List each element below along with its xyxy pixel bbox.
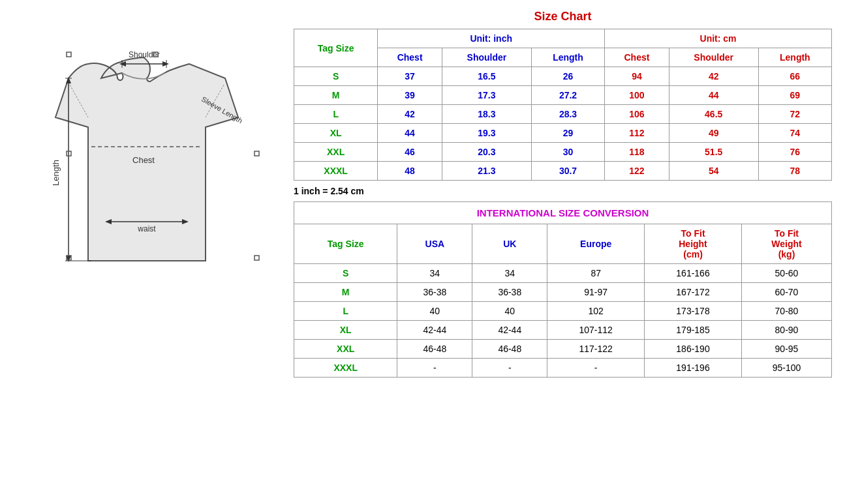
tag-size-cell: XXL xyxy=(294,143,378,162)
intl-tag-cell: XXL xyxy=(294,340,397,359)
svg-text:waist: waist xyxy=(137,224,156,233)
cm-length-cell: 74 xyxy=(758,124,831,143)
intl-height-cell: 167-172 xyxy=(645,283,742,302)
cm-shoulder-cell: 46.5 xyxy=(669,105,758,124)
inch-chest-header: Chest xyxy=(378,48,442,67)
cm-length-cell: 76 xyxy=(758,143,831,162)
size-chart-row: XL 44 19.3 29 112 49 74 xyxy=(294,124,832,143)
svg-rect-26 xyxy=(67,52,71,57)
intl-usa-cell: 40 xyxy=(397,302,472,321)
inch-chest-cell: 44 xyxy=(378,124,442,143)
cm-shoulder-cell: 49 xyxy=(669,124,758,143)
intl-tag-cell: L xyxy=(294,302,397,321)
inch-shoulder-cell: 18.3 xyxy=(442,105,531,124)
inch-length-cell: 29 xyxy=(531,124,604,143)
inch-shoulder-cell: 16.5 xyxy=(442,67,531,86)
tag-size-cell: XXXL xyxy=(294,162,378,181)
intl-weight-cell: 50-60 xyxy=(741,264,831,283)
svg-marker-13 xyxy=(162,61,169,67)
tag-size-cell: M xyxy=(294,86,378,105)
svg-text:Chest: Chest xyxy=(132,155,155,165)
inch-chest-cell: 37 xyxy=(378,67,442,86)
right-panel: Size Chart Tag Size Unit: inch Unit: cm … xyxy=(287,7,838,381)
size-chart-row: XXL 46 20.3 30 118 51.5 76 xyxy=(294,143,832,162)
intl-tag-cell: M xyxy=(294,283,397,302)
cm-shoulder-header: Shoulder xyxy=(669,48,758,67)
inch-shoulder-cell: 17.3 xyxy=(442,86,531,105)
cm-chest-cell: 100 xyxy=(605,86,669,105)
svg-rect-22 xyxy=(254,151,259,156)
inch-shoulder-cell: 20.3 xyxy=(442,143,531,162)
inch-shoulder-header: Shoulder xyxy=(442,48,531,67)
cm-chest-cell: 94 xyxy=(605,67,669,86)
intl-uk-header: UK xyxy=(472,224,547,264)
cm-shoulder-cell: 54 xyxy=(669,162,758,181)
intl-weight-cell: 70-80 xyxy=(741,302,831,321)
inch-chest-cell: 42 xyxy=(378,105,442,124)
intl-size-row: XL 42-44 42-44 107-112 179-185 80-90 xyxy=(294,321,832,340)
intl-europe-cell: 87 xyxy=(547,264,645,283)
intl-europe-cell: 107-112 xyxy=(547,321,645,340)
size-chart-row: XXXL 48 21.3 30.7 122 54 78 xyxy=(294,162,832,181)
cm-chest-cell: 106 xyxy=(605,105,669,124)
intl-uk-cell: 42-44 xyxy=(472,321,547,340)
intl-size-row: M 36-38 36-38 91-97 167-172 60-70 xyxy=(294,283,832,302)
tag-size-cell: XL xyxy=(294,124,378,143)
svg-rect-24 xyxy=(254,256,259,260)
inch-length-cell: 28.3 xyxy=(531,105,604,124)
intl-height-cell: 186-190 xyxy=(645,340,742,359)
intl-usa-cell: 34 xyxy=(397,264,472,283)
intl-uk-cell: - xyxy=(472,359,547,378)
intl-tag-cell: XXXL xyxy=(294,359,397,378)
size-chart-row: M 39 17.3 27.2 100 44 69 xyxy=(294,86,832,105)
intl-europe-cell: 91-97 xyxy=(547,283,645,302)
intl-europe-header: Europe xyxy=(547,224,645,264)
inch-length-cell: 26 xyxy=(531,67,604,86)
cm-shoulder-cell: 44 xyxy=(669,86,758,105)
size-chart-row: L 42 18.3 28.3 106 46.5 72 xyxy=(294,105,832,124)
intl-title: INTERNATIONAL SIZE CONVERSION xyxy=(294,202,832,224)
tag-size-header: Tag Size xyxy=(294,29,378,67)
cm-chest-header: Chest xyxy=(605,48,669,67)
size-chart-table: Tag Size Unit: inch Unit: cm Chest Shoul… xyxy=(294,29,832,181)
tag-size-cell: L xyxy=(294,105,378,124)
intl-size-row: L 40 40 102 173-178 70-80 xyxy=(294,302,832,321)
intl-usa-cell: 42-44 xyxy=(397,321,472,340)
cm-chest-cell: 112 xyxy=(605,124,669,143)
intl-weight-cell: 60-70 xyxy=(741,283,831,302)
cm-group-header: Unit: cm xyxy=(605,29,832,48)
size-chart-row: S 37 16.5 26 94 42 66 xyxy=(294,67,832,86)
cm-shoulder-cell: 51.5 xyxy=(669,143,758,162)
tshirt-diagram-panel: Length Shoulder Sleeve Length Chest wais… xyxy=(7,7,287,306)
intl-europe-cell: - xyxy=(547,359,645,378)
intl-height-cell: 173-178 xyxy=(645,302,742,321)
intl-size-row: S 34 34 87 161-166 50-60 xyxy=(294,264,832,283)
intl-europe-cell: 117-122 xyxy=(547,340,645,359)
intl-europe-cell: 102 xyxy=(547,302,645,321)
cm-length-cell: 66 xyxy=(758,67,831,86)
inch-chest-cell: 48 xyxy=(378,162,442,181)
intl-height-header: To FitHeight(cm) xyxy=(645,224,742,264)
intl-height-cell: 161-166 xyxy=(645,264,742,283)
intl-height-cell: 179-185 xyxy=(645,321,742,340)
inch-length-cell: 30.7 xyxy=(531,162,604,181)
inch-length-header: Length xyxy=(531,48,604,67)
intl-size-row: XXXL - - - 191-196 95-100 xyxy=(294,359,832,378)
svg-text:Shoulder: Shoulder xyxy=(129,50,160,59)
intl-weight-cell: 90-95 xyxy=(741,340,831,359)
intl-usa-cell: 36-38 xyxy=(397,283,472,302)
inch-chest-cell: 39 xyxy=(378,86,442,105)
tshirt-diagram: Length Shoulder Sleeve Length Chest wais… xyxy=(23,26,271,300)
cm-length-cell: 78 xyxy=(758,162,831,181)
intl-tag-size-header: Tag Size xyxy=(294,224,397,264)
intl-usa-cell: 46-48 xyxy=(397,340,472,359)
inch-shoulder-cell: 19.3 xyxy=(442,124,531,143)
intl-usa-cell: - xyxy=(397,359,472,378)
intl-tag-cell: XL xyxy=(294,321,397,340)
intl-uk-cell: 46-48 xyxy=(472,340,547,359)
intl-usa-header: USA xyxy=(397,224,472,264)
tag-size-cell: S xyxy=(294,67,378,86)
conversion-note: 1 inch = 2.54 cm xyxy=(294,186,832,196)
inch-chest-cell: 46 xyxy=(378,143,442,162)
intl-uk-cell: 40 xyxy=(472,302,547,321)
